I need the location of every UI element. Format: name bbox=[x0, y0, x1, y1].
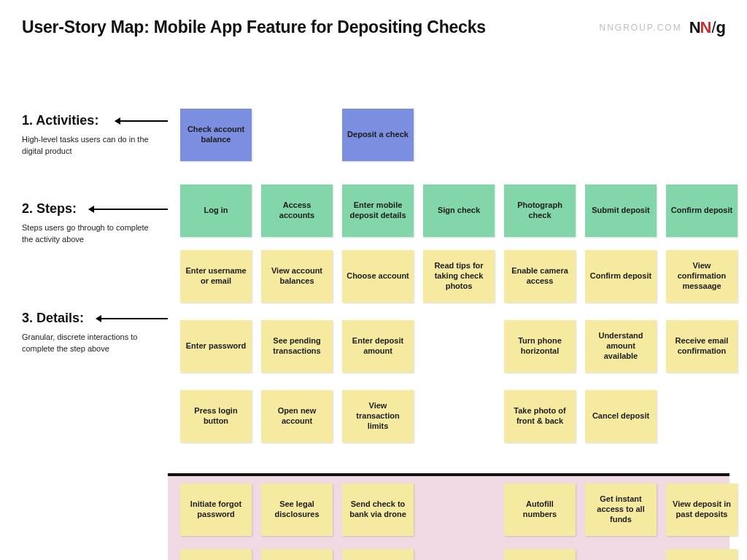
detail-card: Choose account bbox=[342, 250, 414, 303]
activity-card: Check account balance bbox=[180, 109, 252, 161]
step-card: Access accounts bbox=[261, 184, 333, 237]
arrow-icon bbox=[115, 120, 168, 122]
detail-card: View deposit in past deposits bbox=[666, 483, 738, 536]
step-card: Enter mobile deposit details bbox=[342, 184, 414, 237]
detail-card: Initiate forgot password bbox=[180, 483, 252, 536]
detail-card: Autofill numbers bbox=[504, 483, 576, 536]
detail-card: Toggle remember me bbox=[180, 549, 252, 560]
detail-card: Get savings advice bbox=[261, 549, 333, 560]
detail-card: Cancel deposit bbox=[585, 390, 657, 443]
label-details-desc: Granular, discrete interactions to compl… bbox=[22, 332, 157, 355]
detail-card: Understand amount available bbox=[585, 320, 657, 373]
detail-card: Receive email confirmation bbox=[666, 320, 738, 373]
nng-logo: NN/g bbox=[689, 18, 725, 37]
detail-card: Turn phone horizontal bbox=[504, 320, 576, 373]
detail-card: Open new account bbox=[261, 390, 333, 443]
arrow-icon bbox=[89, 209, 168, 210]
detail-card: View account balances bbox=[261, 250, 333, 303]
detail-card: Receive text message bbox=[666, 549, 738, 560]
brand-url: NNGROUP.COM bbox=[600, 23, 682, 33]
page-title: User-Story Map: Mobile App Feature for D… bbox=[22, 18, 486, 37]
detail-card: See pending transactions bbox=[261, 320, 333, 373]
label-activities-desc: High-level tasks users can do in the dig… bbox=[22, 134, 157, 158]
detail-card: See legal disclosures bbox=[261, 483, 333, 536]
detail-card: Enable camera access bbox=[504, 250, 576, 303]
detail-card: View confirmation messaage bbox=[666, 250, 738, 303]
brand: NNGROUP.COM NN/g bbox=[600, 18, 725, 37]
detail-card: Enter username or email bbox=[180, 250, 252, 303]
activity-card: Deposit a check bbox=[342, 109, 414, 161]
detail-card: View past deposits bbox=[342, 549, 414, 560]
step-card: Photograph check bbox=[504, 184, 576, 237]
arrow-icon bbox=[96, 318, 168, 319]
step-card: Submit deposit bbox=[585, 184, 657, 237]
detail-card: Enter password bbox=[180, 320, 252, 373]
step-card: Sign check bbox=[423, 184, 495, 237]
detail-card: Read tips for taking check photos bbox=[423, 250, 495, 303]
detail-card: Enter deposit amount bbox=[342, 320, 414, 373]
label-steps-desc: Steps users go through to complete the a… bbox=[22, 222, 157, 246]
detail-card: View transaction limits bbox=[342, 390, 414, 443]
header: User-Story Map: Mobile App Feature for D… bbox=[0, 0, 747, 44]
step-card: Log in bbox=[180, 184, 252, 237]
detail-card: Send check to bank via drone bbox=[342, 483, 414, 536]
step-card: Confirm deposit bbox=[666, 184, 738, 237]
detail-card: Press login button bbox=[180, 390, 252, 443]
detail-card: Take photo of front & back bbox=[504, 390, 576, 443]
detail-card: Review error messages bbox=[504, 549, 576, 560]
detail-card: Confirm deposit bbox=[585, 250, 657, 303]
detail-card: Get instant access to all funds bbox=[585, 483, 657, 536]
backlog-divider bbox=[168, 473, 729, 476]
